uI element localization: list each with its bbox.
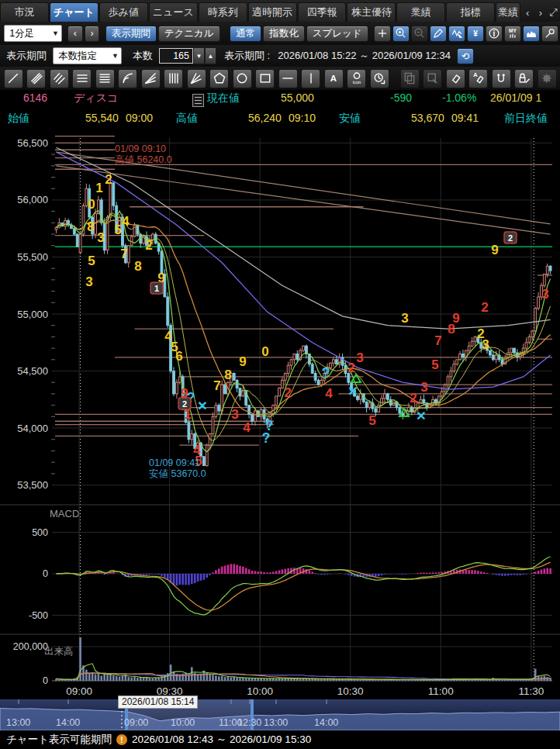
trend-line-icon[interactable] xyxy=(4,69,23,88)
my-chart-icon[interactable]: MY xyxy=(504,26,521,42)
svg-text:09:00: 09:00 xyxy=(124,717,148,728)
dense-lines-icon[interactable] xyxy=(95,69,115,88)
chart-marker: 7 xyxy=(434,333,441,348)
tab-0[interactable]: 市況 xyxy=(0,2,49,22)
pentagon-icon[interactable] xyxy=(209,69,229,88)
circle-icon[interactable] xyxy=(233,69,252,88)
fibonacci-arc-icon[interactable] xyxy=(118,69,137,88)
count-label: 本数 xyxy=(133,49,153,63)
spread-mode-button[interactable]: スプレッド xyxy=(306,26,368,42)
svg-text:500: 500 xyxy=(32,527,48,538)
tab-2[interactable]: 歩み値 xyxy=(99,2,148,22)
tab-scroll-right[interactable]: › xyxy=(534,5,546,19)
vertical-lines-icon[interactable] xyxy=(164,69,183,88)
area-chart-icon[interactable] xyxy=(523,26,540,42)
tab-3[interactable]: ニュース xyxy=(149,2,198,22)
chart-marker: 9 xyxy=(239,354,246,369)
chart-marker: × xyxy=(198,396,207,414)
info-icon[interactable]: i xyxy=(486,26,503,42)
svg-text:56,500: 56,500 xyxy=(17,137,48,149)
text-tool-icon[interactable]: A xyxy=(324,69,344,88)
magnet-icon[interactable] xyxy=(492,69,511,88)
svg-text:200,000: 200,000 xyxy=(13,641,48,652)
svg-text:高値 56240.0: 高値 56240.0 xyxy=(115,154,172,165)
chart-marker: 4 xyxy=(325,386,333,401)
svg-text:14:00: 14:00 xyxy=(56,717,80,728)
vertical-line-icon[interactable] xyxy=(301,69,320,88)
reload-range-button[interactable]: ⟲ xyxy=(457,48,474,64)
expand-icon[interactable]: ⤢ xyxy=(548,5,559,19)
tab-10[interactable]: 業績 xyxy=(496,2,520,22)
chart-marker: × xyxy=(417,406,426,424)
svg-text:i: i xyxy=(493,29,496,38)
horizontal-lines-icon[interactable] xyxy=(72,69,92,88)
top-tab-bar: 市況チャート歩み値ニュース時系列適時開示四季報株主優待業績指標業績‹›⤢ xyxy=(0,0,560,22)
yen-icon[interactable]: ¥ xyxy=(467,26,484,42)
icon-stamp-icon[interactable]: icon xyxy=(347,69,366,88)
bar-count-input[interactable]: 165 xyxy=(159,48,193,64)
tab-6[interactable]: 四季報 xyxy=(298,2,347,22)
fan-lines-icon[interactable] xyxy=(141,69,161,88)
svg-text:55,500: 55,500 xyxy=(17,251,48,263)
normal-mode-button[interactable]: 通常 xyxy=(230,26,261,42)
current-price: 55,000 xyxy=(281,91,314,104)
gann-fan-icon[interactable] xyxy=(187,69,206,88)
line-study-icon[interactable] xyxy=(448,26,465,42)
current-price-label: 現在値 xyxy=(207,91,240,105)
chart-marker: 2 xyxy=(410,391,417,406)
parallel-lines-icon[interactable] xyxy=(50,69,69,88)
chart-marker: 7 xyxy=(120,247,127,261)
svg-text:icon: icon xyxy=(352,80,361,85)
price-chart[interactable]: 56,50056,00055,50055,00054,50054,00053,5… xyxy=(0,132,560,699)
chart-marker: 3 xyxy=(97,230,104,245)
price-change-pct: -1.06% xyxy=(442,91,476,104)
count-mode-select[interactable]: 本数指定▼ xyxy=(53,47,122,64)
tab-7[interactable]: 株主優待 xyxy=(347,2,396,22)
svg-text:10:00: 10:00 xyxy=(247,685,273,697)
settings-wrench-icon[interactable] xyxy=(541,26,558,42)
count-down-button[interactable]: ▼ xyxy=(193,47,205,64)
svg-text:11:30: 11:30 xyxy=(518,685,544,697)
ruler-icon[interactable] xyxy=(26,69,46,88)
svg-text:54,000: 54,000 xyxy=(17,423,48,434)
horizontal-line-icon[interactable] xyxy=(278,69,298,88)
zoom-in-icon[interactable] xyxy=(392,26,410,42)
count-up-button[interactable]: ▲ xyxy=(205,47,216,64)
select-hand-icon[interactable] xyxy=(423,69,442,88)
high-label: 高値 xyxy=(176,112,198,126)
interval-select[interactable]: 1分足▼ xyxy=(4,25,62,42)
time-cycle-icon[interactable] xyxy=(370,69,389,88)
drawing-toolbar: AiconA xyxy=(0,67,560,91)
chart-marker: 4 xyxy=(243,420,251,435)
next-period-button[interactable]: › xyxy=(85,26,100,42)
tab-scroll-left[interactable]: ‹ xyxy=(522,5,534,19)
prev-close-label: 前日終値 xyxy=(504,112,548,126)
board-list-icon[interactable] xyxy=(192,94,204,107)
tool-settings-icon[interactable] xyxy=(538,69,557,88)
tab-5[interactable]: 適時開示 xyxy=(248,2,297,22)
rectangle-icon[interactable] xyxy=(255,69,275,88)
lock-drawing-icon[interactable] xyxy=(514,69,534,88)
index-mode-button[interactable]: 指数化 xyxy=(263,26,305,42)
display-period-button[interactable]: 表示期間 xyxy=(105,26,157,42)
draw-pencil-icon[interactable] xyxy=(430,26,447,42)
quote-datetime: 26/01/09 1 xyxy=(490,91,541,104)
svg-text:55,000: 55,000 xyxy=(17,309,48,320)
technical-button[interactable]: テクニカル xyxy=(158,26,220,42)
svg-text:2: 2 xyxy=(508,233,513,243)
prev-period-button[interactable]: ‹ xyxy=(67,26,83,42)
tab-8[interactable]: 業績 xyxy=(396,2,445,22)
tab-1[interactable]: チャート xyxy=(50,2,99,22)
chart-marker: 3 xyxy=(482,337,489,352)
chevron-down-icon: ▼ xyxy=(112,52,119,60)
price-change: -590 xyxy=(390,91,412,104)
eraser-icon[interactable] xyxy=(446,69,465,88)
eraser-text-icon[interactable]: A xyxy=(468,69,488,88)
svg-text:10:00: 10:00 xyxy=(171,717,195,728)
tab-9[interactable]: 指標 xyxy=(446,2,495,22)
crosshair-icon[interactable] xyxy=(374,26,391,42)
chart-navigator[interactable]: 13:0014:0009:0010:0011:0012:3013:0014:00 xyxy=(0,699,560,730)
copy-icon[interactable] xyxy=(400,69,420,88)
tab-4[interactable]: 時系列 xyxy=(199,2,247,22)
zoom-out-icon[interactable] xyxy=(411,26,428,42)
